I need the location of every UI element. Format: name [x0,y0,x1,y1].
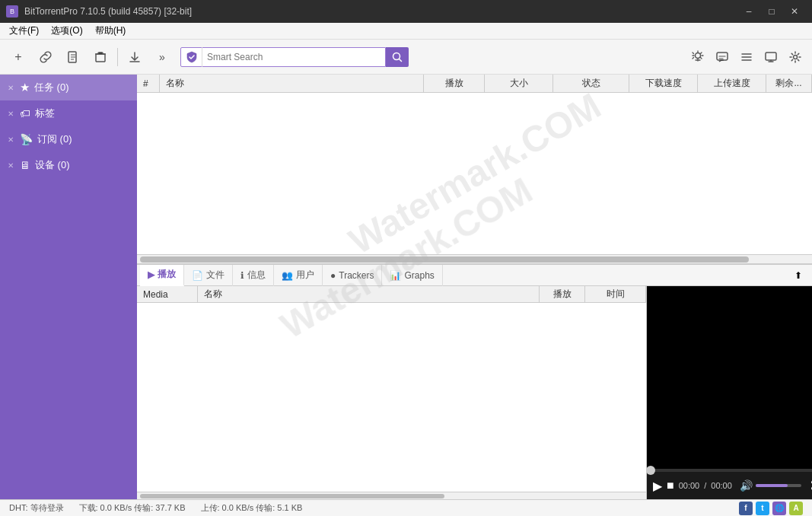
pin-icon-devices: ✕ [8,161,14,170]
video-play-button[interactable]: ▶ [653,479,662,493]
video-stop-button[interactable]: ■ [667,479,674,492]
media-header: Media 名称 播放 时间 [137,286,646,303]
svg-point-3 [696,53,701,58]
download-button[interactable] [123,45,147,69]
volume-fill [756,484,788,487]
tab-files[interactable]: 📄 文件 [184,265,233,286]
video-screen [647,286,812,469]
media-col-play: 播放 [540,286,585,302]
tab-trackers[interactable]: ● Trackers [323,265,382,286]
sidebar-label-tags: 标签 [35,107,55,120]
facebook-icon[interactable]: f [739,502,753,515]
menu-file[interactable]: 文件(F) [3,23,45,39]
video-controls: ▶ ■ 00:00 / 00:00 🔊 ⛶ ⤡ [647,472,812,499]
add-file-button[interactable] [61,45,85,69]
users-tab-icon: 👥 [282,270,293,281]
web-icon[interactable]: 🌐 [772,502,786,515]
search-box [180,47,386,67]
main-layout: ✕ ★ 任务 (0) ✕ 🏷 标签 ✕ 📡 订阅 (0) ✕ 🖥 设备 (0) … [0,75,812,499]
tab-play[interactable]: ▶ 播放 [140,265,184,286]
media-col-name: 名称 [198,286,540,302]
volume-bar[interactable] [756,484,801,487]
status-right: f t 🌐 A [739,502,803,515]
tab-files-label: 文件 [206,269,224,282]
list-icon[interactable] [736,46,757,68]
sidebar-item-tags[interactable]: ✕ 🏷 标签 [0,100,137,126]
menu-options[interactable]: 选项(O) [45,23,88,39]
add-link-button[interactable] [33,45,58,69]
main-scrollbar[interactable] [137,254,812,263]
search-input[interactable] [202,48,385,66]
table-header: # 名称 播放 大小 状态 下载速度 上传速度 剩余... [137,75,812,93]
col-header-remaining: 剩余... [766,75,812,92]
maximize-button[interactable]: □ [760,0,783,23]
sidebar-label-tasks: 任务 (0) [34,81,69,94]
tab-bar: ▶ 播放 📄 文件 ℹ 信息 👥 用户 ● Trackers [137,265,812,286]
android-icon[interactable]: A [789,502,803,515]
content-area: # 名称 播放 大小 状态 下载速度 上传速度 剩余... Watermark.… [137,75,812,499]
sidebar-item-tasks[interactable]: ✕ ★ 任务 (0) [0,75,137,100]
sidebar-item-devices[interactable]: ✕ 🖥 设备 (0) [0,152,137,178]
info-tab-icon: ℹ [240,270,244,281]
menu-bar: 文件(F) 选项(O) 帮助(H) [0,23,812,40]
col-header-play: 播放 [424,75,485,92]
col-header-dlspeed: 下载速度 [629,75,698,92]
file-tab-icon: 📄 [192,270,203,281]
status-download: 下载: 0.0 KB/s 传输: 37.7 KB [79,502,186,514]
shield-icon [181,47,202,67]
chat-icon[interactable] [712,46,733,68]
bottom-content: Media 名称 播放 时间 Watermark.COM [137,286,812,499]
sidebar-label-devices: 设备 (0) [35,158,70,172]
close-button[interactable]: ✕ [783,0,806,23]
tab-graphs[interactable]: 📊 Graphs [382,265,442,286]
video-panel: ▶ ■ 00:00 / 00:00 🔊 ⛶ ⤡ [647,286,812,499]
search-button[interactable] [386,47,409,67]
sidebar-item-subscriptions[interactable]: ✕ 📡 订阅 (0) [0,126,137,152]
volume-icon[interactable]: 🔊 [740,479,753,492]
twitter-icon[interactable]: t [756,502,769,515]
video-time-current: 00:00 [679,481,700,490]
main-toolbar: + » [0,40,812,75]
media-list: Media 名称 播放 时间 Watermark.COM [137,286,647,499]
svg-rect-1 [96,54,105,62]
sidebar-label-subs: 订阅 (0) [37,132,72,146]
menu-help[interactable]: 帮助(H) [89,23,132,39]
add-torrent-button[interactable]: + [6,45,30,69]
minimize-button[interactable]: – [737,0,760,23]
bottom-panel: ▶ 播放 📄 文件 ℹ 信息 👥 用户 ● Trackers [137,263,812,499]
media-body: Watermark.COM [137,303,646,492]
col-header-ulspeed: 上传速度 [698,75,766,92]
remove-button[interactable] [88,45,113,69]
light-icon[interactable] [687,46,709,68]
col-header-num: # [137,75,160,92]
app-title: BitTorrentPro 7.10.5 (build 45857) [32-b… [24,6,192,17]
media-scroll-thumb[interactable] [140,494,444,498]
tab-info[interactable]: ℹ 信息 [233,265,274,286]
social-icons: f t 🌐 A [739,502,803,515]
scrollbar-thumb[interactable] [140,256,749,263]
tab-expand-button[interactable]: ⬆ [788,265,809,286]
settings-icon[interactable] [785,46,806,68]
status-bar: DHT: 等待登录 下载: 0.0 KB/s 传输: 37.7 KB 上传: 0… [0,499,812,516]
status-upload: 上传: 0.0 KB/s 传输: 5.1 KB [201,502,303,514]
video-progress-thumb[interactable] [646,466,655,475]
tab-graphs-label: Graphs [404,270,434,281]
tab-users-label: 用户 [296,269,314,282]
search-area [180,47,409,67]
monitor-icon[interactable] [760,46,782,68]
arrow-right-button[interactable]: » [150,45,174,69]
svg-point-6 [794,55,798,59]
tab-trackers-label: Trackers [339,270,374,281]
tab-users[interactable]: 👥 用户 [274,265,323,286]
media-col-time: 时间 [585,286,646,302]
video-time-total: 00:00 [711,481,732,490]
pin-icon-subs: ✕ [8,135,14,144]
media-scrollbar[interactable] [137,492,646,499]
tab-play-label: 播放 [158,268,176,281]
toolbar-separator-1 [117,48,118,66]
play-tab-icon: ▶ [148,269,154,280]
media-col-media: Media [137,286,198,302]
video-progress[interactable] [647,469,812,472]
toolbar-right [687,46,806,68]
video-volume-control: 🔊 [740,479,801,492]
